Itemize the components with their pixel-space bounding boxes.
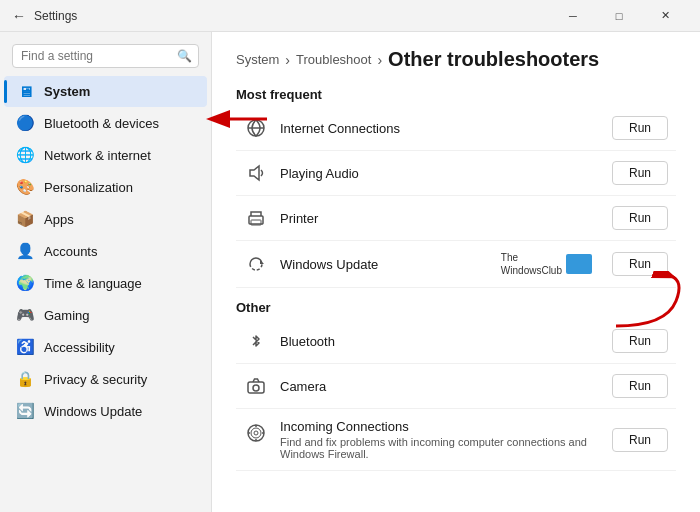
sidebar-item-gaming[interactable]: 🎮 Gaming (4, 299, 207, 331)
content-area: System › Troubleshoot › Other troublesho… (212, 32, 700, 512)
sidebar-label-network: Network & internet (44, 148, 151, 163)
internet-connections-name: Internet Connections (280, 121, 600, 136)
sidebar-label-gaming: Gaming (44, 308, 90, 323)
list-item: Camera Run (236, 364, 676, 409)
titlebar-title: Settings (34, 9, 77, 23)
apps-icon: 📦 (16, 210, 34, 228)
most-frequent-section: Most frequent Internet Connections Run (236, 87, 676, 288)
svg-point-9 (251, 428, 261, 438)
breadcrumb-sep1: › (285, 52, 290, 68)
svg-point-7 (253, 385, 259, 391)
list-item: Printer Run (236, 196, 676, 241)
network-icon: 🌐 (16, 146, 34, 164)
camera-icon (244, 374, 268, 398)
printer-icon (244, 206, 268, 230)
incoming-icon (244, 421, 268, 445)
sidebar: 🔍 🖥 System 🔵 Bluetooth & devices 🌐 Netwo… (0, 32, 212, 512)
sidebar-item-apps[interactable]: 📦 Apps (4, 203, 207, 235)
sidebar-label-apps: Apps (44, 212, 74, 227)
time-icon: 🌍 (16, 274, 34, 292)
audio-run-button[interactable]: Run (612, 161, 668, 185)
watermark-text: The WindowsClub (501, 251, 562, 277)
other-section: Other Bluetooth Run (236, 300, 676, 471)
list-item: Playing Audio Run (236, 151, 676, 196)
sidebar-label-personalization: Personalization (44, 180, 133, 195)
sidebar-label-accessibility: Accessibility (44, 340, 115, 355)
search-icon: 🔍 (177, 49, 192, 63)
sidebar-item-accessibility[interactable]: ♿ Accessibility (4, 331, 207, 363)
sidebar-item-personalization[interactable]: 🎨 Personalization (4, 171, 207, 203)
internet-icon (244, 116, 268, 140)
search-input[interactable] (21, 49, 171, 63)
audio-icon (244, 161, 268, 185)
list-item: Internet Connections Run (236, 106, 676, 151)
sidebar-label-time: Time & language (44, 276, 142, 291)
sidebar-label-system: System (44, 84, 90, 99)
bluetooth-run-button[interactable]: Run (612, 329, 668, 353)
privacy-icon: 🔒 (16, 370, 34, 388)
sidebar-item-privacy[interactable]: 🔒 Privacy & security (4, 363, 207, 395)
sidebar-label-accounts: Accounts (44, 244, 97, 259)
gaming-icon: 🎮 (16, 306, 34, 324)
printer-run-button[interactable]: Run (612, 206, 668, 230)
incoming-run-button[interactable]: Run (612, 428, 668, 452)
back-icon[interactable]: ← (12, 8, 26, 24)
svg-marker-2 (250, 166, 259, 180)
printer-name: Printer (280, 211, 600, 226)
svg-marker-5 (260, 260, 264, 264)
accounts-icon: 👤 (16, 242, 34, 260)
breadcrumb-troubleshoot[interactable]: Troubleshoot (296, 52, 371, 67)
svg-point-10 (254, 431, 258, 435)
sidebar-item-bluetooth[interactable]: 🔵 Bluetooth & devices (4, 107, 207, 139)
sidebar-item-system[interactable]: 🖥 System (4, 76, 207, 107)
sidebar-item-accounts[interactable]: 👤 Accounts (4, 235, 207, 267)
sidebar-item-time[interactable]: 🌍 Time & language (4, 267, 207, 299)
main-layout: 🔍 🖥 System 🔵 Bluetooth & devices 🌐 Netwo… (0, 32, 700, 512)
maximize-button[interactable]: □ (596, 0, 642, 32)
breadcrumb: System › Troubleshoot › Other troublesho… (236, 48, 676, 71)
personalization-icon: 🎨 (16, 178, 34, 196)
bluetooth-icon: 🔵 (16, 114, 34, 132)
other-label: Other (236, 300, 676, 315)
camera-run-button[interactable]: Run (612, 374, 668, 398)
titlebar: ← Settings ─ □ ✕ (0, 0, 700, 32)
most-frequent-label: Most frequent (236, 87, 676, 102)
list-item: Incoming Connections Find and fix proble… (236, 409, 676, 471)
bluetooth-device-icon (244, 329, 268, 353)
watermark: The WindowsClub (501, 251, 592, 277)
audio-name: Playing Audio (280, 166, 600, 181)
breadcrumb-current: Other troubleshooters (388, 48, 599, 71)
search-box[interactable]: 🔍 (12, 44, 199, 68)
close-button[interactable]: ✕ (642, 0, 688, 32)
system-icon: 🖥 (16, 83, 34, 100)
camera-name: Camera (280, 379, 600, 394)
winupdate-icon (244, 252, 268, 276)
breadcrumb-sep2: › (377, 52, 382, 68)
update-icon: 🔄 (16, 402, 34, 420)
sidebar-item-network[interactable]: 🌐 Network & internet (4, 139, 207, 171)
svg-point-8 (248, 425, 264, 441)
winupdate-run-button[interactable]: Run (612, 252, 668, 276)
sidebar-label-bluetooth: Bluetooth & devices (44, 116, 159, 131)
breadcrumb-system[interactable]: System (236, 52, 279, 67)
titlebar-controls: ─ □ ✕ (550, 0, 688, 32)
incoming-info: Incoming Connections Find and fix proble… (280, 419, 600, 460)
list-item: Bluetooth Run (236, 319, 676, 364)
bluetooth-device-name: Bluetooth (280, 334, 600, 349)
sidebar-label-privacy: Privacy & security (44, 372, 147, 387)
list-item: Windows Update The WindowsClub Run (236, 241, 676, 288)
watermark-box (566, 254, 592, 274)
internet-run-button[interactable]: Run (612, 116, 668, 140)
sidebar-label-update: Windows Update (44, 404, 142, 419)
sidebar-item-update[interactable]: 🔄 Windows Update (4, 395, 207, 427)
accessibility-icon: ♿ (16, 338, 34, 356)
incoming-desc: Find and fix problems with incoming comp… (280, 436, 600, 460)
winupdate-name: Windows Update (280, 257, 489, 272)
incoming-name: Incoming Connections (280, 419, 600, 434)
titlebar-left: ← Settings (12, 8, 77, 24)
minimize-button[interactable]: ─ (550, 0, 596, 32)
